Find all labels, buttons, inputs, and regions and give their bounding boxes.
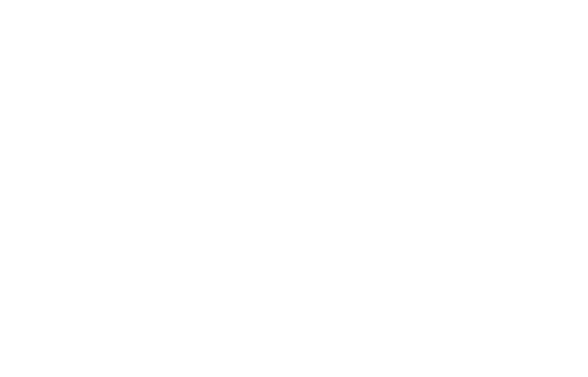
- page: [0, 0, 588, 377]
